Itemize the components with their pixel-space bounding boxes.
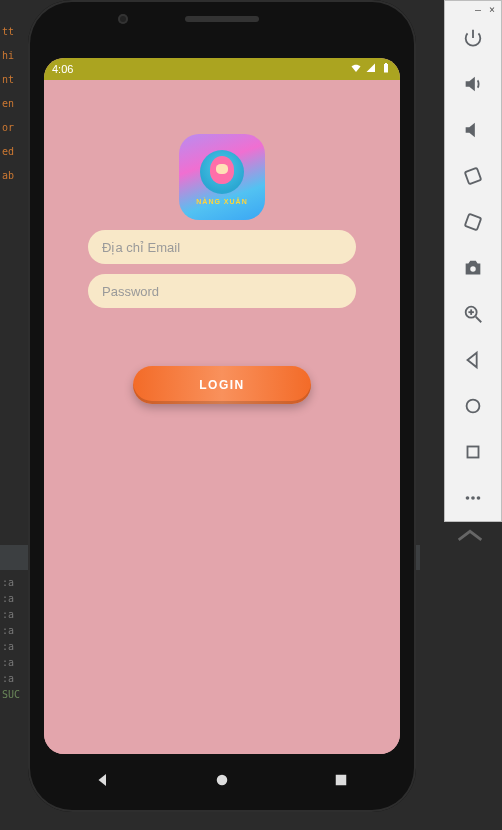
svg-rect-12 — [384, 64, 388, 73]
ide-fold-arrow — [453, 520, 487, 557]
android-status-bar: 4:06 — [44, 58, 400, 80]
status-time: 4:06 — [52, 63, 73, 75]
app-logo: NÀNG XUÂN — [179, 134, 265, 220]
nav-recents-icon[interactable] — [332, 771, 350, 792]
battery-icon — [380, 62, 392, 76]
svg-point-7 — [467, 400, 480, 413]
phone-speaker — [185, 16, 259, 22]
emulator-toolbar: — × — [444, 0, 502, 522]
svg-rect-1 — [465, 214, 481, 230]
wifi-icon — [350, 62, 362, 76]
mascot-icon — [200, 150, 244, 194]
svg-point-10 — [471, 496, 475, 500]
android-nav-bar — [44, 764, 400, 798]
svg-point-11 — [477, 496, 481, 500]
phone-screen: 4:06 NÀNG XUÂN LOGIN — [44, 58, 400, 754]
nav-back-icon[interactable] — [94, 771, 112, 792]
login-button[interactable]: LOGIN — [133, 366, 311, 404]
svg-rect-15 — [335, 774, 346, 785]
phone-frame: 4:06 NÀNG XUÂN LOGIN — [28, 0, 416, 812]
overview-icon[interactable] — [453, 386, 493, 426]
email-field[interactable] — [88, 230, 356, 264]
back-icon[interactable] — [453, 340, 493, 380]
camera-icon[interactable] — [453, 248, 493, 288]
nav-home-icon[interactable] — [213, 771, 231, 792]
login-screen: NÀNG XUÂN LOGIN — [44, 80, 400, 754]
svg-point-2 — [470, 266, 476, 272]
window-minimize[interactable]: — — [475, 4, 481, 15]
svg-rect-8 — [468, 447, 479, 458]
svg-point-9 — [466, 496, 470, 500]
volume-up-icon[interactable] — [453, 64, 493, 104]
rotate-right-icon[interactable] — [453, 202, 493, 242]
svg-point-14 — [217, 774, 228, 785]
svg-line-4 — [476, 317, 482, 323]
svg-rect-0 — [465, 168, 481, 184]
phone-camera — [118, 14, 128, 24]
app-logo-label: NÀNG XUÂN — [196, 198, 247, 205]
password-field[interactable] — [88, 274, 356, 308]
volume-down-icon[interactable] — [453, 110, 493, 150]
power-icon[interactable] — [453, 18, 493, 58]
home-icon[interactable] — [453, 432, 493, 472]
window-close[interactable]: × — [489, 4, 495, 15]
more-icon[interactable] — [453, 478, 493, 518]
rotate-left-icon[interactable] — [453, 156, 493, 196]
emulator-window-controls: — × — [445, 1, 501, 15]
zoom-in-icon[interactable] — [453, 294, 493, 334]
signal-icon — [365, 62, 377, 76]
svg-rect-13 — [385, 63, 387, 64]
